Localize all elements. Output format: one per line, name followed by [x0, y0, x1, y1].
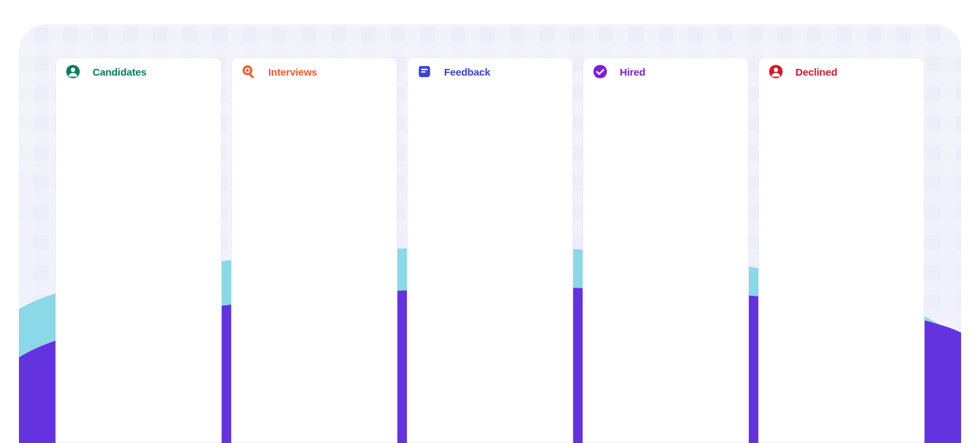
column-title-interviews: Interviews: [268, 66, 317, 78]
person-circle-icon: [66, 64, 80, 79]
column-title-feedback: Feedback: [444, 66, 490, 78]
magnify-plus-icon: [241, 64, 256, 79]
svg-point-12: [774, 68, 778, 72]
svg-rect-8: [421, 69, 428, 70]
column-header-hired: Hired: [583, 58, 748, 85]
column-candidates[interactable]: Candidates: [55, 57, 222, 443]
column-interviews[interactable]: Interviews: [231, 57, 397, 443]
column-hired[interactable]: Hired: [583, 57, 749, 443]
column-title-hired: Hired: [620, 66, 645, 78]
svg-rect-6: [245, 70, 249, 71]
kanban-board: Candidates Interviews: [55, 57, 925, 443]
person-circle-icon: [768, 64, 783, 79]
check-circle-icon: [593, 64, 608, 79]
column-feedback[interactable]: Feedback: [407, 57, 573, 443]
svg-rect-9: [421, 72, 426, 73]
board-container: Candidates Interviews: [19, 24, 961, 443]
column-title-candidates: Candidates: [93, 66, 147, 78]
column-header-interviews: Interviews: [232, 58, 397, 85]
column-header-feedback: Feedback: [408, 58, 572, 85]
column-title-declined: Declined: [795, 66, 837, 78]
note-icon: [417, 64, 432, 79]
column-header-candidates: Candidates: [56, 58, 221, 85]
column-declined[interactable]: Declined: [758, 57, 925, 443]
column-header-declined: Declined: [759, 58, 924, 85]
svg-point-1: [71, 68, 75, 72]
svg-point-10: [593, 65, 607, 78]
